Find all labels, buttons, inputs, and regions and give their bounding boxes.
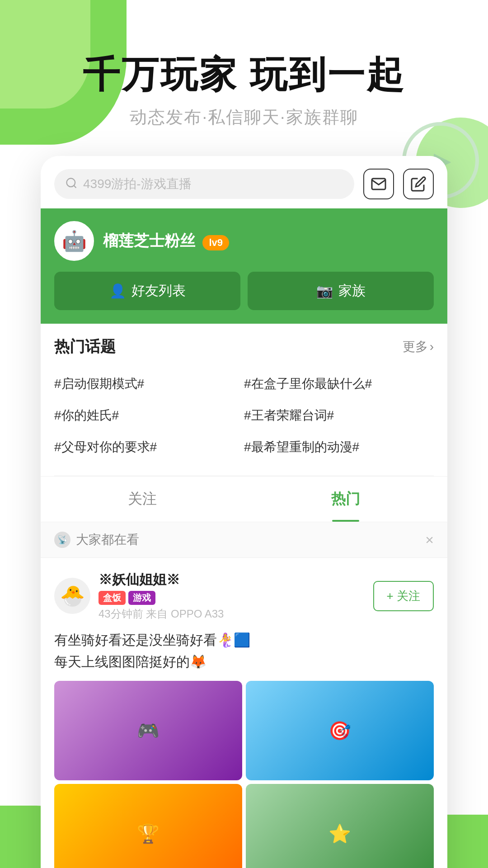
tabs-row: 关注 热门 [41,476,447,522]
topic-item[interactable]: #王者荣耀台词# [244,400,434,431]
search-bar[interactable]: 4399游拍-游戏直播 [54,169,354,199]
post-meta: 43分钟前 来自 OPPO A33 [99,607,224,621]
user-card: 🤖 榴莲芝士粉丝 lv9 👤 好友列表 📷 家族 [41,208,447,324]
post-content: 有坐骑好看还是没坐骑好看🧜‍♀️🟦每天上线图图陪挺好的🦊 [54,629,434,673]
friends-list-button[interactable]: 👤 好友列表 [54,272,240,310]
phone-container: 4399游拍-游戏直播 🤖 [41,156,447,868]
post-image-2: 🎯 [246,681,434,780]
post-image-1: 🎮 [54,681,242,780]
badge-meal: 盒饭 [99,591,126,605]
hot-topics-title: 热门话题 [54,336,116,357]
topics-grid: #启动假期模式# #在盒子里你最缺什么# #你的姓氏# #王者荣耀台词# #父母… [54,368,434,463]
hero-subtitle: 动态发布·私信聊天·家族群聊 [0,106,488,129]
svg-point-0 [67,179,75,187]
more-topics-link[interactable]: 更多 › [403,338,434,355]
search-icon [65,177,78,191]
signal-icon: 📡 [54,532,70,548]
avatar: 🤖 [54,221,94,261]
hot-topics-section: 热门话题 更多 › #启动假期模式# #在盒子里你最缺什么# #你的姓氏# #王… [41,324,447,476]
post-avatar: 🐣 [54,578,90,614]
friends-icon: 👤 [109,283,126,299]
hero-section: 千万玩家 玩到一起 动态发布·私信聊天·家族群聊 [0,0,488,156]
user-name-section: 榴莲芝士粉丝 lv9 [103,231,229,251]
post-user-info: 🐣 ※妖仙姐姐※ 盒饭 游戏 43分钟前 来自 OPPO A33 [54,571,224,621]
tab-follow[interactable]: 关注 [41,476,244,522]
search-input[interactable]: 4399游拍-游戏直播 [83,175,192,193]
topic-item[interactable]: #你的姓氏# [54,400,244,431]
post-badges: 盒饭 游戏 [99,591,224,605]
notice-close-button[interactable]: × [425,532,434,548]
post-image-4: ⭐ [246,784,434,868]
topic-item[interactable]: #父母对你的要求# [54,431,244,463]
hot-topics-header: 热门话题 更多 › [54,336,434,357]
post-images: 🎮 🎯 🏆 ⭐ [54,681,434,868]
badge-game: 游戏 [128,591,155,605]
chevron-right-icon: › [430,340,434,354]
follow-button[interactable]: + 关注 [373,581,434,611]
level-badge: lv9 [202,235,229,250]
username: 榴莲芝士粉丝 [103,232,195,249]
topic-item[interactable]: #在盒子里你最缺什么# [244,368,434,400]
tab-hot[interactable]: 热门 [244,476,447,522]
post-username: ※妖仙姐姐※ [99,571,224,589]
message-button[interactable] [363,169,394,199]
user-info-row: 🤖 榴莲芝士粉丝 lv9 [54,221,434,261]
hero-title: 千万玩家 玩到一起 [0,54,488,95]
topic-item[interactable]: #最希望重制的动漫# [244,431,434,463]
post-card: 🐣 ※妖仙姐姐※ 盒饭 游戏 43分钟前 来自 OPPO A33 + 关注 有坐… [41,558,447,868]
family-button[interactable]: 📷 家族 [248,272,434,310]
post-user-details: ※妖仙姐姐※ 盒饭 游戏 43分钟前 来自 OPPO A33 [99,571,224,621]
user-action-buttons: 👤 好友列表 📷 家族 [54,272,434,310]
camera-icon: 📷 [316,283,333,299]
post-image-3: 🏆 [54,784,242,868]
svg-line-1 [74,186,76,188]
search-bar-row: 4399游拍-游戏直播 [41,156,447,208]
notice-bar: 📡 大家都在看 × [41,522,447,558]
notice-text: 📡 大家都在看 [54,531,139,548]
edit-button[interactable] [403,169,434,199]
phone-mockup: 4399游拍-游戏直播 🤖 [41,156,447,868]
topic-item[interactable]: #启动假期模式# [54,368,244,400]
post-header: 🐣 ※妖仙姐姐※ 盒饭 游戏 43分钟前 来自 OPPO A33 + 关注 [54,571,434,621]
